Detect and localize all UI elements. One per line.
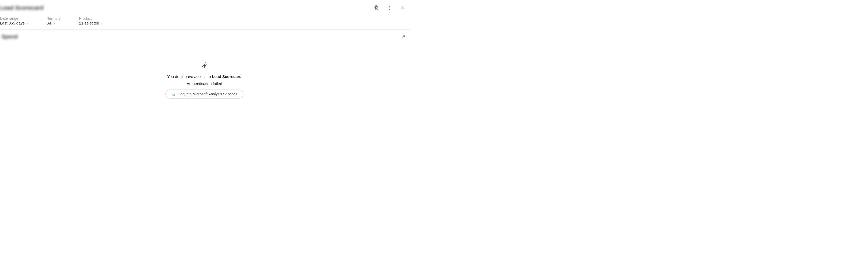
filter-territory-value: All [47, 21, 52, 25]
filter-territory[interactable]: All [47, 21, 61, 25]
expand-icon[interactable] [400, 33, 407, 40]
svg-point-0 [375, 5, 378, 9]
login-microsoft-analysis-button[interactable]: Log into Microsoft Analysis Services [165, 90, 243, 98]
microsoft-analysis-icon [172, 92, 176, 96]
certificate-icon[interactable] [371, 3, 381, 13]
close-icon[interactable] [397, 3, 408, 13]
error-auth-failed-message: Authentication failed [187, 82, 222, 86]
filter-product[interactable]: 21 selected [79, 21, 103, 25]
filter-product-value: 21 selected [79, 21, 99, 25]
chevron-down-icon [53, 22, 56, 25]
svg-point-2 [389, 6, 390, 7]
svg-point-3 [389, 8, 390, 8]
filter-date-range-value: Last 365 days [0, 21, 25, 25]
chevron-down-icon [26, 22, 29, 25]
login-button-label: Log into Microsoft Analysis Services [178, 92, 237, 96]
filter-date-range-label: Date range [0, 16, 29, 21]
more-options-icon[interactable] [384, 3, 395, 13]
filter-product-label: Product [79, 16, 103, 21]
error-no-access-message: You don't have access to Lead Scorecard [167, 74, 242, 79]
page-title: Lead Scorecard [0, 4, 43, 11]
chevron-down-icon [100, 22, 103, 25]
filter-date-range[interactable]: Last 365 days [0, 21, 29, 25]
plug-icon [200, 61, 209, 71]
filter-territory-label: Territory [47, 16, 61, 21]
section-title: Spend [2, 34, 18, 40]
svg-point-4 [389, 9, 390, 10]
svg-point-1 [375, 6, 377, 8]
